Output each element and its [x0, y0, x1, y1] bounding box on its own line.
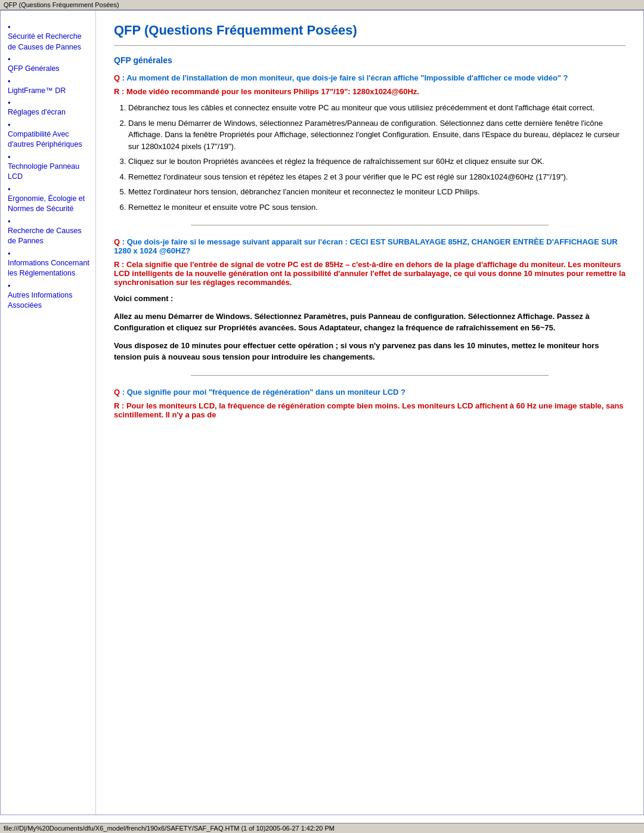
sidebar-item-reglages[interactable]: Réglages d'écran — [8, 98, 91, 118]
q2-step2: Vous disposez de 10 minutes pour effectu… — [114, 340, 626, 363]
sidebar-item-compatibilite[interactable]: Compatibilité Avec d'autres Périphérique… — [8, 120, 91, 150]
answer-2: R : Cela signifie que l'entrée de signal… — [114, 260, 626, 287]
question-1: Q : Au moment de l'installation de mon m… — [114, 73, 626, 82]
qa-block-2: Q : Que dois-je faire si le message suiv… — [114, 237, 626, 363]
sidebar-item-autres[interactable]: Autres Informations Associées — [8, 281, 91, 311]
r3-label: R — [114, 401, 119, 410]
page-title: QFP (Questions Fréquemment Posées) — [114, 23, 626, 38]
sidebar-item-technologie[interactable]: Technologie Panneau LCD — [8, 153, 91, 182]
main-container: Sécurité et Recherche de Causes de Panne… — [0, 10, 644, 815]
question-3: Q : Que signifie pour moi "fréquence de … — [114, 388, 626, 397]
sidebar-item-securite[interactable]: Sécurité et Recherche de Causes de Panne… — [8, 23, 91, 52]
section-divider-1 — [191, 225, 549, 225]
step-1-2: Dans le menu Démarrer de Windows, sélect… — [128, 117, 626, 153]
step-1-1: Débranchez tous les câbles et connectez … — [128, 102, 626, 114]
section-divider-2 — [191, 375, 549, 376]
r2-label: R — [114, 260, 119, 269]
steps-list-1: Débranchez tous les câbles et connectez … — [128, 102, 626, 213]
q1-label: Q — [114, 73, 120, 82]
q2-step1: Allez au menu Démarrer de Windows. Sélec… — [114, 311, 626, 334]
title-bar: QFP (Questions Fréquemment Posées) — [0, 0, 644, 10]
main-content: QFP (Questions Fréquemment Posées) QFP g… — [96, 11, 643, 815]
sidebar-item-qfp[interactable]: QFP Générales — [8, 55, 91, 75]
r2-text: : Cela signifie que l'entrée de signal d… — [114, 260, 626, 287]
sidebar: Sécurité et Recherche de Causes de Panne… — [1, 11, 96, 815]
sidebar-item-recherche[interactable]: Recherche de Causes de Pannes — [8, 217, 91, 247]
answer-3: R : Pour les moniteurs LCD, la fréquence… — [114, 401, 626, 419]
question-2: Q : Que dois-je faire si le message suiv… — [114, 237, 626, 255]
q2-label: Q — [114, 237, 120, 246]
sidebar-item-informations[interactable]: Informations Concernant les Réglementati… — [8, 249, 91, 279]
q3-text: : Que signifie pour moi "fréquence de ré… — [120, 388, 405, 397]
step-1-6: Remettez le moniteur et ensuite votre PC… — [128, 202, 626, 213]
step-1-4: Remettez l'ordinateur sous tension et ré… — [128, 171, 626, 183]
step-1-3: Cliquez sur le bouton Propriétés avancée… — [128, 156, 626, 168]
q2-text: : Que dois-je faire si le message suivan… — [114, 237, 618, 255]
qa-block-1: Q : Au moment de l'installation de mon m… — [114, 73, 626, 213]
sidebar-item-lightframe[interactable]: LightFrame™ DR — [8, 77, 91, 97]
q3-label: Q — [114, 388, 120, 397]
r1-label: R — [114, 87, 119, 96]
section-heading: QFP générales — [114, 55, 626, 65]
r3-text: : Pour les moniteurs LCD, la fréquence d… — [114, 401, 624, 419]
r1-text: : Mode vidéo recommandé pour les moniteu… — [119, 87, 419, 96]
qa-block-3: Q : Que signifie pour moi "fréquence de … — [114, 388, 626, 419]
main-divider — [114, 45, 626, 46]
q1-text: : Au moment de l'installation de mon mon… — [120, 73, 568, 82]
voici-comment: Voici comment : — [114, 293, 626, 305]
title-bar-text: QFP (Questions Fréquemment Posées) — [4, 1, 119, 8]
step-1-5: Mettez l'ordinateur hors tension, débran… — [128, 186, 626, 198]
sidebar-item-ergonomie[interactable]: Ergonomie, Écologie et Normes de Sécurit… — [8, 185, 91, 215]
answer-1: R : Mode vidéo recommandé pour les monit… — [114, 87, 626, 96]
